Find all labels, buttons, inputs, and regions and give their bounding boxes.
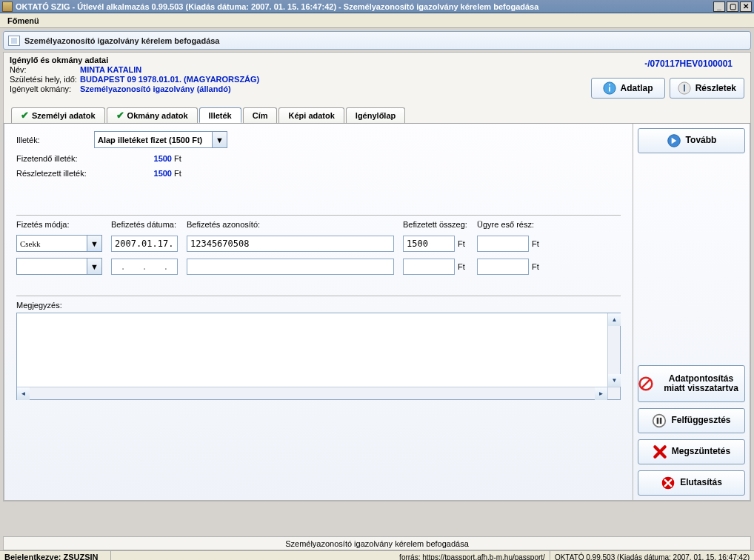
payment-case-label: Ügyre eső rész: (477, 220, 547, 229)
notes-textarea[interactable]: ▲ ▼ ◄ ► (16, 313, 621, 400)
payment-id-input[interactable] (187, 236, 394, 252)
footer-text: Személyazonosító igazolvány kérelem befo… (285, 539, 469, 548)
arrow-right-icon (667, 133, 681, 148)
status-version: OKTATÓ 0.99.503 (Kiadás dátuma: 2007. 01… (550, 551, 754, 560)
tab-form[interactable]: Igénylőlap (346, 107, 405, 123)
status-bar: Bejelentkezve: ZSUZSIN forrás: https://t… (0, 550, 754, 560)
action-sidebar: Tovább Adatpontosítás miatt visszatartva… (633, 124, 750, 500)
payment-mode-combo[interactable]: ▼ (16, 235, 102, 252)
scroll-right-icon[interactable]: ► (595, 387, 607, 400)
fee-tab-content: Illeték: ▼ Fizetendő illeték: 1500 Ft Ré… (4, 124, 633, 500)
birth-label: Születési hely, idő: (10, 75, 80, 84)
scrollbar-corner (607, 387, 620, 399)
tab-fee[interactable]: Illeték (199, 107, 241, 123)
doc-value: Személyazonosító igazolvány (állandó) (80, 84, 231, 93)
hold-button[interactable]: Adatpontosítás miatt visszatartva (638, 365, 745, 402)
name-value: MINTA KATALIN (80, 65, 141, 74)
x-red-icon (653, 444, 667, 459)
payable-label: Fizetendő illeték: (16, 154, 94, 163)
chevron-down-icon[interactable]: ▼ (212, 132, 227, 147)
subheader-title: Személyazonosító igazolvány kérelem befo… (24, 36, 219, 45)
detailed-value: 1500 (146, 169, 172, 178)
payment-amount-input-2[interactable] (403, 259, 455, 275)
payment-mode-input[interactable] (17, 236, 87, 251)
request-id: -/070117HEV0100001 (591, 56, 744, 75)
payment-mode-input-2[interactable] (17, 259, 87, 274)
next-button[interactable]: Tovább (638, 128, 745, 153)
tab-document[interactable]: ✔Okmány adatok (107, 107, 198, 123)
tab-address[interactable]: Cím (243, 107, 278, 123)
fee-combo[interactable]: ▼ (94, 131, 227, 148)
svg-rect-12 (660, 418, 662, 424)
checkmark-icon: ✔ (116, 110, 124, 121)
payment-date-label: Befizetés dátuma: (111, 220, 182, 229)
payment-case-input[interactable] (477, 236, 529, 252)
tab-image[interactable]: Képi adatok (278, 107, 344, 123)
subheader-icon (8, 36, 20, 46)
reject-button[interactable]: Elutasítás (638, 470, 745, 496)
payment-mode-combo-2[interactable]: ▼ (16, 258, 102, 275)
fee-label: Illeték: (16, 136, 94, 144)
info-icon (603, 81, 616, 95)
prohibit-icon (638, 376, 653, 391)
note-label: Megjegyzés: (16, 301, 621, 310)
payment-date-input[interactable] (111, 236, 178, 252)
window-title: OKTATÓ SZIG - Útlevél alkalmazás 0.99.50… (16, 2, 538, 11)
scroll-up-icon[interactable]: ▲ (608, 313, 621, 326)
ft-unit: Ft (174, 169, 181, 178)
scroll-down-icon[interactable]: ▼ (608, 374, 621, 387)
tab-strip: ✔Személyi adatok ✔Okmány adatok Illeték … (4, 106, 750, 124)
svg-rect-11 (657, 418, 659, 424)
scroll-left-icon[interactable]: ◄ (17, 387, 30, 400)
x-circle-icon (661, 476, 675, 490)
svg-point-10 (653, 415, 666, 427)
datasheet-button[interactable]: Adatlap (591, 78, 665, 99)
payable-value: 1500 (146, 154, 172, 163)
payment-id-input-2[interactable] (187, 259, 394, 275)
main-panel: Igénylő és okmány adatai Név: MINTA KATA… (3, 52, 751, 501)
vertical-scrollbar[interactable]: ▲ ▼ (607, 313, 620, 387)
status-source: forrás: https://tpassport.afh.b-m.hu/pas… (395, 551, 550, 560)
payment-amount-label: Befizetett összeg: (403, 220, 473, 229)
payment-case-input-2[interactable] (477, 259, 529, 275)
footer-bar: Személyazonosító igazolvány kérelem befo… (3, 536, 751, 550)
details-button[interactable]: Részletek (670, 78, 744, 99)
status-login: Bejelentkezve: ZSUZSIN (0, 551, 111, 560)
window-titlebar: OKTATÓ SZIG - Útlevél alkalmazás 0.99.50… (0, 0, 754, 13)
checkmark-icon: ✔ (21, 110, 29, 121)
payment-id-label: Befizetés azonosító: (187, 220, 398, 229)
svg-rect-6 (684, 85, 685, 87)
svg-rect-1 (609, 87, 610, 91)
ft-unit: Ft (174, 154, 181, 163)
ft-unit: Ft (529, 262, 542, 271)
minimize-button[interactable]: _ (713, 1, 725, 12)
ft-unit: Ft (529, 239, 542, 248)
payment-mode-label: Fizetés módja: (16, 220, 107, 229)
birth-value: BUDAPEST 09 1978.01.01. (MAGYARORSZÁG) (80, 75, 259, 84)
detailed-label: Részletezett illeték: (16, 169, 94, 178)
terminate-button[interactable]: Megszüntetés (638, 439, 745, 464)
chevron-down-icon[interactable]: ▼ (87, 236, 101, 251)
name-label: Név: (10, 65, 80, 74)
details-icon (678, 81, 691, 95)
horizontal-scrollbar[interactable]: ◄ ► (17, 387, 607, 399)
tab-personal[interactable]: ✔Személyi adatok (11, 107, 105, 123)
fee-combo-input[interactable] (95, 132, 212, 147)
payment-amount-input[interactable] (403, 236, 455, 252)
ft-unit: Ft (455, 239, 468, 248)
svg-rect-2 (609, 84, 610, 86)
chevron-down-icon[interactable]: ▼ (87, 259, 101, 274)
pause-icon (652, 413, 667, 428)
applicant-section-title: Igénylő és okmány adatai (10, 56, 591, 64)
ft-unit: Ft (455, 262, 468, 271)
maximize-button[interactable]: ▢ (727, 1, 738, 12)
applicant-info: Igénylő és okmány adatai Név: MINTA KATA… (4, 53, 750, 106)
payment-date-input-2[interactable] (111, 259, 178, 275)
close-button[interactable]: ✕ (740, 1, 752, 12)
doc-label: Igényelt okmány: (10, 84, 80, 93)
menu-bar: Főmenü (0, 13, 754, 28)
menu-fomenu[interactable]: Főmenü (3, 16, 44, 26)
app-icon (2, 1, 13, 12)
page-subheader: Személyazonosító igazolvány kérelem befo… (3, 31, 751, 50)
suspend-button[interactable]: Felfüggesztés (638, 408, 745, 433)
